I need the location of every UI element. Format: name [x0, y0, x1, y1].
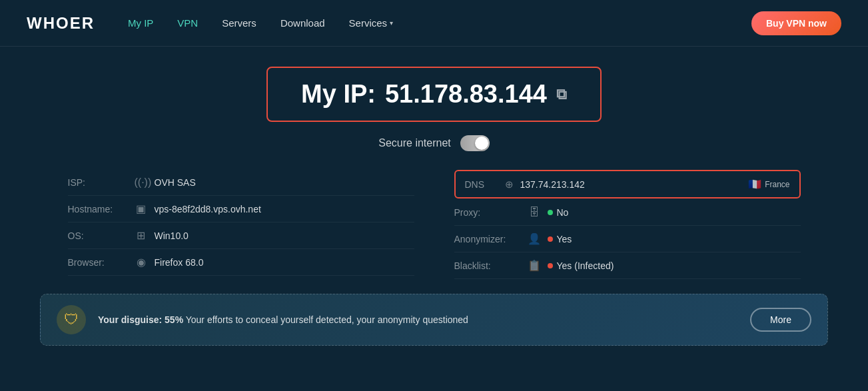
proxy-icon: 🗄 — [528, 206, 541, 218]
blacklist-icon: 📋 — [528, 259, 541, 272]
nav-my-ip[interactable]: My IP — [128, 17, 153, 29]
dns-icon: ⊕ — [505, 179, 514, 191]
hostname-icon: ▣ — [135, 202, 148, 215]
browser-value: Firefox 68.0 — [155, 257, 204, 268]
info-columns: ISP: ((·)) OVH SAS Hostname: ▣ vps-8e8f2… — [68, 170, 801, 279]
main-content: My IP: 51.178.83.144 ⧉ Secure internet I… — [0, 47, 868, 359]
anonymizer-status-dot — [548, 236, 553, 242]
ip-display-box: My IP: 51.178.83.144 ⧉ — [266, 67, 602, 122]
banner-bold-text: Your disguise: 55% — [98, 314, 183, 325]
dns-ip: 137.74.213.142 — [520, 179, 742, 190]
os-row: OS: ⊞ Win10.0 — [68, 222, 414, 249]
browser-label: Browser: — [68, 257, 135, 268]
proxy-row: Proxy: 🗄 No — [454, 200, 801, 226]
hostname-value: vps-8e8f2dd8.vps.ovh.net — [155, 204, 261, 214]
banner-rest-text: Your efforts to conceal yourself detecte… — [183, 314, 468, 325]
nav-download[interactable]: Download — [280, 17, 325, 29]
secure-internet-row: Secure internet — [40, 135, 828, 151]
secure-internet-toggle[interactable] — [460, 135, 490, 151]
left-info-column: ISP: ((·)) OVH SAS Hostname: ▣ vps-8e8f2… — [68, 170, 441, 279]
anonymizer-row: Anonymizer: 👤 Yes — [454, 226, 801, 252]
disguise-banner: 🛡 Your disguise: 55% Your efforts to con… — [40, 294, 828, 346]
os-label: OS: — [68, 230, 135, 241]
nav-servers[interactable]: Servers — [222, 17, 256, 29]
navbar: WHOER My IP VPN Servers Download Service… — [0, 0, 868, 47]
blacklist-label: Blacklist: — [454, 260, 528, 271]
buy-vpn-button[interactable]: Buy VPN now — [751, 11, 841, 35]
dns-row: DNS ⊕ 137.74.213.142 🇫🇷 France — [454, 170, 801, 198]
isp-value: OVH SAS — [155, 177, 196, 188]
secure-internet-label: Secure internet — [378, 137, 451, 149]
isp-icon: ((·)) — [135, 177, 148, 189]
blacklist-row: Blacklist: 📋 Yes (Infected) — [454, 252, 801, 279]
nav-vpn[interactable]: VPN — [177, 17, 198, 29]
copy-icon[interactable]: ⧉ — [556, 86, 567, 103]
shield-icon: 🛡 — [57, 305, 86, 334]
hostname-row: Hostname: ▣ vps-8e8f2dd8.vps.ovh.net — [68, 196, 414, 222]
browser-icon: ◉ — [135, 256, 148, 268]
nav-services[interactable]: Services ▾ — [349, 17, 394, 29]
ip-box-wrapper: My IP: 51.178.83.144 ⧉ — [40, 67, 828, 122]
nav-links: My IP VPN Servers Download Services ▾ — [128, 17, 751, 29]
ip-label: My IP: — [301, 80, 376, 109]
anonymizer-icon: 👤 — [528, 232, 541, 245]
os-value: Win10.0 — [155, 230, 189, 241]
brand-logo: WHOER — [27, 14, 95, 33]
dns-label: DNS — [465, 179, 498, 190]
banner-text: Your disguise: 55% Your efforts to conce… — [98, 314, 738, 325]
browser-row: Browser: ◉ Firefox 68.0 — [68, 249, 414, 276]
dns-country: 🇫🇷 France — [748, 178, 789, 191]
proxy-value: No — [557, 207, 569, 218]
ip-address: 51.178.83.144 — [385, 80, 547, 109]
os-icon: ⊞ — [135, 229, 148, 242]
france-flag-icon: 🇫🇷 — [748, 178, 761, 191]
isp-row: ISP: ((·)) OVH SAS — [68, 170, 414, 196]
anonymizer-value: Yes — [557, 234, 572, 244]
proxy-status-dot — [548, 210, 553, 215]
right-info-column: DNS ⊕ 137.74.213.142 🇫🇷 France Proxy: 🗄 … — [441, 170, 801, 279]
blacklist-status-dot — [548, 263, 553, 268]
hostname-label: Hostname: — [68, 204, 135, 214]
proxy-label: Proxy: — [454, 207, 528, 218]
chevron-down-icon: ▾ — [390, 19, 393, 27]
more-button[interactable]: More — [750, 308, 811, 332]
blacklist-value: Yes (Infected) — [557, 260, 614, 271]
anonymizer-label: Anonymizer: — [454, 234, 528, 244]
isp-label: ISP: — [68, 177, 135, 188]
